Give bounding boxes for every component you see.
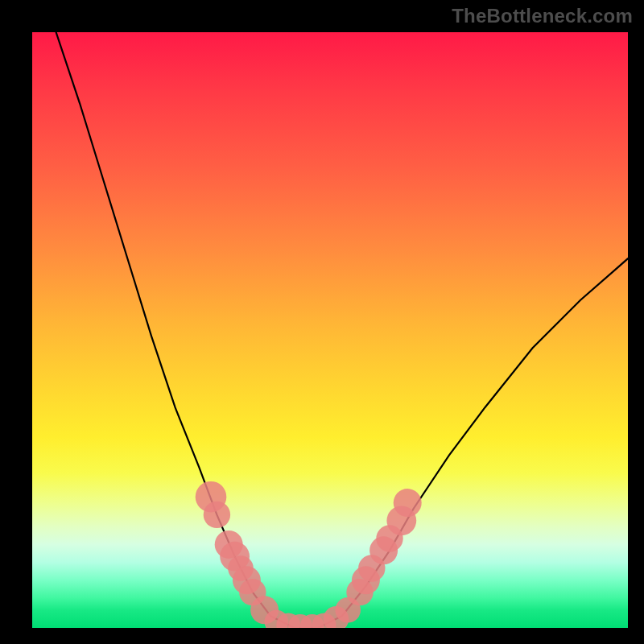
bottleneck-curve [56, 32, 628, 628]
curve-marker [204, 502, 230, 528]
chart-frame: TheBottleneck.com [0, 0, 644, 644]
curve-marker [394, 489, 422, 517]
watermark-text: TheBottleneck.com [452, 5, 633, 27]
curve-svg [32, 32, 628, 628]
plot-area [32, 32, 628, 628]
curve-markers [196, 481, 422, 628]
